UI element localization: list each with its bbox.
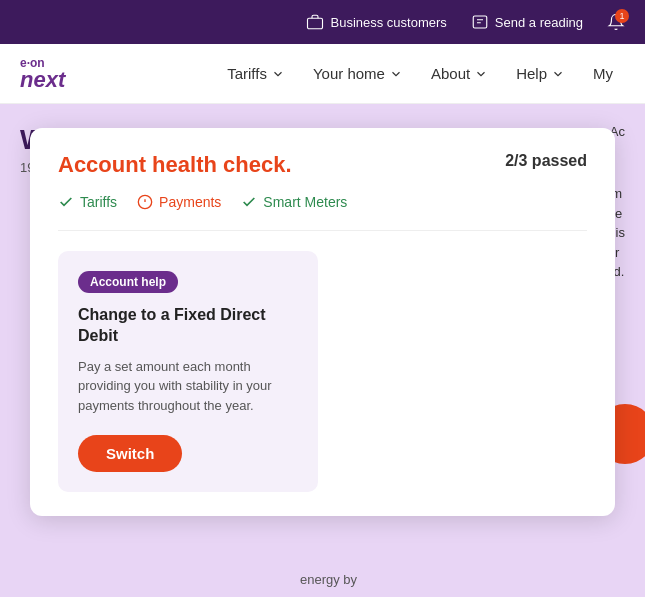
tariffs-chevron-icon [271,67,285,81]
svg-rect-0 [308,18,323,29]
business-customers-link[interactable]: Business customers [306,13,446,31]
modal-header: Account health check. 2/3 passed [58,152,587,178]
tariffs-check-icon [58,194,74,210]
meter-icon [471,13,489,31]
modal-divider [58,230,587,231]
send-reading-link[interactable]: Send a reading [471,13,583,31]
modal-passed: 2/3 passed [505,152,587,170]
nav-your-home[interactable]: Your home [301,57,415,90]
check-smart-meters-label: Smart Meters [263,194,347,210]
help-card: Account help Change to a Fixed Direct De… [58,251,318,492]
logo[interactable]: e·on next [20,57,65,91]
nav-items: Tariffs Your home About Help My [215,57,625,90]
help-card-desc: Pay a set amount each month providing yo… [78,357,298,416]
check-smart-meters: Smart Meters [241,194,347,210]
svg-rect-1 [473,16,487,28]
check-tariffs-label: Tariffs [80,194,117,210]
notification-badge: 1 [615,9,629,23]
nav-about-label: About [431,65,470,82]
business-customers-label: Business customers [330,15,446,30]
logo-next-text: next [20,69,65,91]
help-card-title: Change to a Fixed Direct Debit [78,305,298,347]
nav-help[interactable]: Help [504,57,577,90]
nav-my[interactable]: My [581,57,625,90]
nav-about[interactable]: About [419,57,500,90]
smart-meters-check-icon [241,194,257,210]
notification-bell[interactable]: 1 [607,13,625,31]
your-home-chevron-icon [389,67,403,81]
nav-your-home-label: Your home [313,65,385,82]
nav-tariffs[interactable]: Tariffs [215,57,297,90]
health-check-modal: Account health check. 2/3 passed Tariffs… [30,128,615,516]
check-payments: Payments [137,194,221,210]
send-reading-label: Send a reading [495,15,583,30]
about-chevron-icon [474,67,488,81]
help-chevron-icon [551,67,565,81]
bg-energy-text: energy by [300,572,357,587]
briefcase-icon [306,13,324,31]
check-tariffs: Tariffs [58,194,117,210]
nav-bar: e·on next Tariffs Your home About Help M… [0,44,645,104]
checks-row: Tariffs Payments Smart Meters [58,194,587,210]
account-help-badge: Account help [78,271,178,293]
nav-tariffs-label: Tariffs [227,65,267,82]
payments-warning-icon [137,194,153,210]
modal-title: Account health check. [58,152,292,178]
check-payments-label: Payments [159,194,221,210]
nav-help-label: Help [516,65,547,82]
nav-my-label: My [593,65,613,82]
top-bar: Business customers Send a reading 1 [0,0,645,44]
switch-button[interactable]: Switch [78,435,182,472]
